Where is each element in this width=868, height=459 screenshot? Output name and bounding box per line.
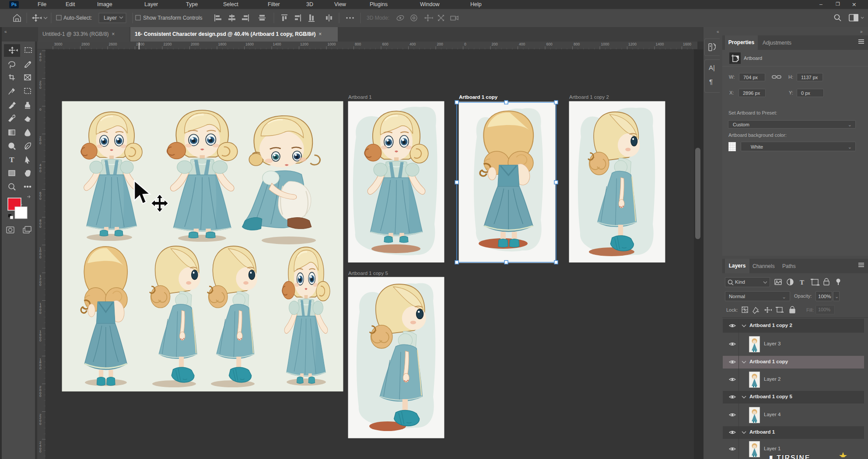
svg-text:Artboard 1 copy 2: Artboard 1 copy 2 <box>569 94 609 100</box>
svg-text:A|: A| <box>709 64 715 71</box>
svg-text:1400: 1400 <box>656 42 664 46</box>
svg-text:0: 0 <box>39 283 42 287</box>
svg-text:0: 0 <box>39 422 42 426</box>
svg-text:¶: ¶ <box>709 78 713 85</box>
svg-text:0: 0 <box>39 255 42 259</box>
svg-text:1800: 1800 <box>218 42 227 46</box>
svg-text:0: 0 <box>39 197 42 201</box>
svg-text:2200: 2200 <box>164 42 172 46</box>
svg-text:0: 0 <box>39 108 42 111</box>
svg-text:400: 400 <box>519 42 525 46</box>
svg-text:1600: 1600 <box>683 42 691 46</box>
svg-text:1200: 1200 <box>628 42 637 46</box>
svg-text:600: 600 <box>382 42 388 46</box>
svg-text:0: 0 <box>39 141 42 145</box>
svg-text:0: 0 <box>464 42 466 46</box>
svg-text:0: 0 <box>39 225 42 229</box>
svg-text:1400: 1400 <box>273 42 281 46</box>
svg-text:2000: 2000 <box>191 42 199 46</box>
svg-text:0: 0 <box>39 338 42 342</box>
svg-text:0: 0 <box>39 311 42 315</box>
svg-text:T: T <box>800 279 804 286</box>
svg-text:Artboard 1 copy: Artboard 1 copy <box>459 94 498 100</box>
svg-text:1200: 1200 <box>300 42 308 46</box>
svg-text:600: 600 <box>546 42 553 46</box>
svg-text:1000: 1000 <box>328 42 336 46</box>
svg-text:0: 0 <box>39 394 42 398</box>
svg-text:0: 0 <box>39 366 42 370</box>
svg-text:400: 400 <box>410 42 416 46</box>
svg-text:800: 800 <box>355 42 361 46</box>
svg-text:3D Mode:: 3D Mode: <box>367 15 389 21</box>
svg-text:T: T <box>9 156 14 164</box>
svg-text:1600: 1600 <box>245 42 254 46</box>
svg-text:0: 0 <box>39 449 42 453</box>
svg-text:1000: 1000 <box>601 42 609 46</box>
svg-text:0: 0 <box>39 58 42 62</box>
svg-text:2800: 2800 <box>81 42 90 46</box>
svg-text:Artboard 1 copy 5: Artboard 1 copy 5 <box>348 271 388 276</box>
svg-text:2600: 2600 <box>109 42 117 46</box>
svg-text:2400: 2400 <box>136 42 144 46</box>
svg-text:0: 0 <box>39 86 42 90</box>
svg-text:Artboard 1: Artboard 1 <box>348 94 372 100</box>
svg-text:200: 200 <box>492 42 498 46</box>
svg-text:200: 200 <box>437 42 443 46</box>
svg-text:0: 0 <box>39 169 42 173</box>
svg-text:800: 800 <box>574 42 580 46</box>
svg-text:3000: 3000 <box>54 42 63 46</box>
